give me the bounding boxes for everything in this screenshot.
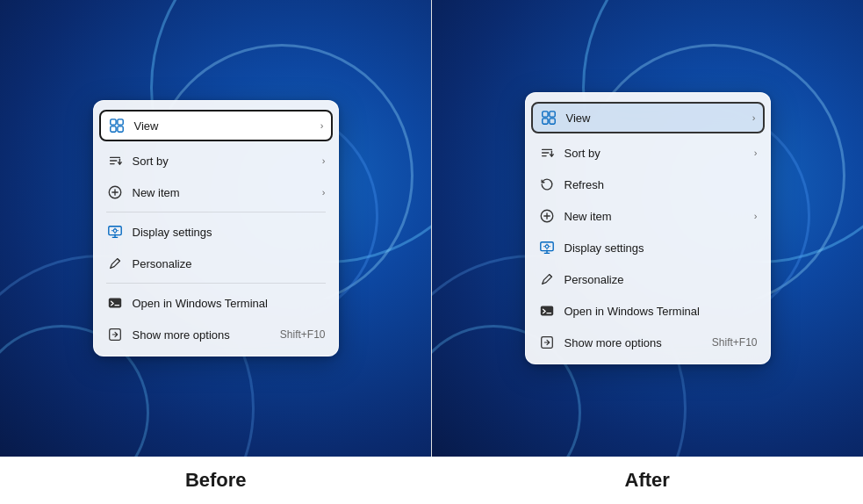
shortcut-label: Shift+F10 xyxy=(712,336,758,349)
view-icon xyxy=(108,117,126,134)
sort-icon xyxy=(106,152,124,169)
shortcut-label: Shift+F10 xyxy=(280,328,326,341)
after-label: After xyxy=(432,469,864,492)
menu-item-label: Refresh xyxy=(565,178,758,191)
menu-separator xyxy=(106,212,326,212)
menu-item-view[interactable]: View › xyxy=(99,110,333,141)
menu-item-terminal[interactable]: Open in Windows Terminal xyxy=(526,295,770,327)
context-menu-before: View › Sort by › xyxy=(93,100,339,356)
terminal-icon xyxy=(538,302,556,320)
menu-separator xyxy=(106,283,326,284)
arrow-icon: › xyxy=(754,148,758,158)
menu-item-label: Open in Windows Terminal xyxy=(133,297,326,310)
svg-rect-9 xyxy=(542,112,547,117)
arrow-icon: › xyxy=(322,155,326,166)
context-menu-after: View › Sort by › xyxy=(525,92,771,364)
menu-item-label: Show more options xyxy=(565,336,703,349)
menu-item-newitem[interactable]: New item › xyxy=(94,176,338,208)
svg-rect-12 xyxy=(549,119,554,124)
menu-item-personalize[interactable]: Personalize xyxy=(526,263,770,295)
arrow-icon: › xyxy=(754,211,758,221)
display-icon xyxy=(538,239,556,256)
newitem-icon xyxy=(106,184,124,201)
svg-rect-0 xyxy=(110,119,115,125)
svg-rect-1 xyxy=(117,119,122,125)
label-row: Before After xyxy=(0,457,863,504)
menu-item-view[interactable]: View › xyxy=(531,102,765,133)
svg-point-6 xyxy=(113,229,117,233)
menu-item-label: View xyxy=(566,112,744,125)
svg-rect-7 xyxy=(108,299,120,308)
personalize-icon xyxy=(538,270,556,288)
menu-item-display[interactable]: Display settings xyxy=(526,232,770,263)
arrow-icon: › xyxy=(320,120,324,131)
newitem-icon xyxy=(538,207,556,225)
menu-item-display[interactable]: Display settings xyxy=(94,216,338,248)
menu-item-label: Sort by xyxy=(565,147,745,160)
menu-item-terminal[interactable]: Open in Windows Terminal xyxy=(94,287,338,319)
arrow-icon: › xyxy=(752,112,756,123)
terminal-icon xyxy=(106,294,124,312)
svg-rect-10 xyxy=(549,112,554,117)
svg-rect-11 xyxy=(542,119,547,124)
sort-icon xyxy=(538,144,556,162)
show-icon xyxy=(538,334,556,351)
menu-item-label: Display settings xyxy=(133,226,326,239)
svg-rect-3 xyxy=(117,126,122,132)
menu-item-sortby[interactable]: Sort by › xyxy=(94,145,338,176)
menu-item-refresh[interactable]: Refresh xyxy=(526,169,770,200)
menu-item-showoptions[interactable]: Show more options Shift+F10 xyxy=(526,327,770,358)
menu-item-showoptions[interactable]: Show more options Shift+F10 xyxy=(94,319,338,350)
menu-item-label: Display settings xyxy=(565,241,758,255)
menu-item-label: Show more options xyxy=(133,328,271,342)
svg-rect-2 xyxy=(110,126,115,132)
svg-rect-16 xyxy=(540,306,552,316)
menu-item-sortby[interactable]: Sort by › xyxy=(526,137,770,169)
after-panel: View › Sort by › xyxy=(432,0,863,457)
arrow-icon: › xyxy=(322,187,326,198)
refresh-icon xyxy=(538,176,556,193)
menu-item-label: View xyxy=(134,119,312,133)
menu-item-newitem[interactable]: New item › xyxy=(526,200,770,232)
menu-item-label: Personalize xyxy=(565,273,758,286)
menu-item-label: Sort by xyxy=(133,155,313,168)
menu-item-label: Open in Windows Terminal xyxy=(565,305,758,318)
menu-item-label: Personalize xyxy=(133,257,326,270)
before-panel: View › Sort by › xyxy=(0,0,431,457)
personalize-icon xyxy=(106,255,124,272)
display-icon xyxy=(106,223,124,241)
menu-item-label: New item xyxy=(565,210,745,223)
before-label: Before xyxy=(0,469,432,492)
menu-item-label: New item xyxy=(133,186,313,199)
menu-item-personalize[interactable]: Personalize xyxy=(94,248,338,279)
show-icon xyxy=(106,326,124,343)
view-icon xyxy=(540,109,557,126)
svg-point-15 xyxy=(545,245,549,248)
